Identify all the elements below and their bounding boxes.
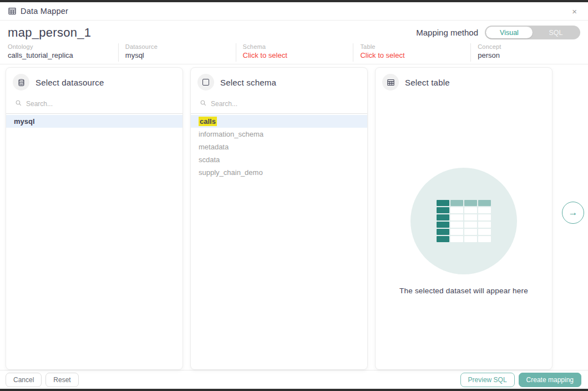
preview-sql-button[interactable]: Preview SQL xyxy=(460,373,515,387)
schema-panel: Select schema calls xyxy=(190,67,368,370)
field-label: Concept xyxy=(478,43,582,50)
create-mapping-button[interactable]: Create mapping xyxy=(519,373,581,387)
field-datasource: Datasource mysql xyxy=(118,43,236,62)
field-label: Datasource xyxy=(125,43,230,50)
field-value: calls_tutorial_replica xyxy=(8,51,113,59)
search-icon xyxy=(15,99,22,109)
field-value: person xyxy=(478,51,582,59)
field-concept: Concept person xyxy=(470,43,588,62)
mapping-fields-row: Ontology calls_tutorial_replica Datasour… xyxy=(0,43,588,64)
next-arrow-button[interactable]: → xyxy=(562,202,584,224)
dialog-title: Data Mapper xyxy=(21,7,68,16)
table-grid-icon xyxy=(382,74,399,91)
mapping-method: Mapping method Visual SQL xyxy=(416,26,580,39)
table-illustration xyxy=(437,200,491,242)
list-item-label: mysql xyxy=(14,117,35,126)
table-grid-icon xyxy=(8,7,17,16)
table-panel: Select table xyxy=(375,67,552,370)
schema-search[interactable] xyxy=(191,96,367,114)
list-item-calls[interactable]: calls xyxy=(191,115,367,128)
field-label: Ontology xyxy=(8,43,113,50)
list-item-supply-chain-demo[interactable]: supply_chain_demo xyxy=(191,166,367,179)
panel-title: Select table xyxy=(405,78,450,87)
list-item-label: information_schema xyxy=(199,130,263,138)
field-label: Table xyxy=(360,43,465,50)
dialog-footer: Cancel Reset Preview SQL Create mapping xyxy=(0,370,588,389)
toggle-option-visual[interactable]: Visual xyxy=(486,27,533,38)
datasource-panel: Select datasource mysql xyxy=(6,67,183,370)
database-icon xyxy=(13,74,29,91)
panel-title: Select schema xyxy=(220,78,276,87)
mapping-method-toggle: Visual SQL xyxy=(485,26,580,39)
highlighted-match: calls xyxy=(199,117,217,126)
list-item-information-schema[interactable]: information_schema xyxy=(191,128,367,141)
square-icon xyxy=(197,74,214,91)
list-item-label: metadata xyxy=(199,143,229,151)
arrow-right-icon: → xyxy=(569,207,578,218)
datasource-list: mysql xyxy=(6,114,183,128)
modal-header: Data Mapper × xyxy=(0,2,588,21)
list-item-label: scdata xyxy=(199,156,220,164)
field-ontology: Ontology calls_tutorial_replica xyxy=(8,43,118,62)
empty-state-circle xyxy=(410,168,517,274)
title-row: map_person_1 Mapping method Visual SQL xyxy=(0,21,588,43)
backdrop-bottom-edge xyxy=(0,389,588,391)
field-label: Schema xyxy=(243,43,348,50)
data-mapper-dialog: Data Mapper × map_person_1 Mapping metho… xyxy=(0,0,588,391)
schema-list: calls information_schema metadata scdata xyxy=(191,114,367,179)
field-schema[interactable]: Schema Click to select xyxy=(236,43,353,62)
panel-title: Select datasource xyxy=(36,78,104,87)
field-value-click-to-select[interactable]: Click to select xyxy=(360,51,465,59)
table-panel-header: Select table xyxy=(376,68,552,96)
selector-content: Select datasource mysql xyxy=(0,64,588,370)
list-item-scdata[interactable]: scdata xyxy=(191,153,367,166)
toggle-option-sql[interactable]: SQL xyxy=(533,27,579,38)
cancel-button[interactable]: Cancel xyxy=(6,373,42,387)
list-item-label: supply_chain_demo xyxy=(199,168,263,177)
datasource-search-input[interactable] xyxy=(26,100,148,108)
field-table[interactable]: Table Click to select xyxy=(353,43,470,62)
datasource-search[interactable] xyxy=(6,96,183,114)
list-item-mysql[interactable]: mysql xyxy=(6,115,183,128)
table-empty-state: The selected dataset will appear here xyxy=(376,96,552,369)
schema-search-input[interactable] xyxy=(211,100,333,108)
mapping-method-label: Mapping method xyxy=(416,28,478,37)
mapping-name: map_person_1 xyxy=(8,26,91,40)
data-mapper-modal: Data Mapper × map_person_1 Mapping metho… xyxy=(0,2,588,389)
schema-panel-header: Select schema xyxy=(191,68,367,96)
field-value: mysql xyxy=(125,51,230,59)
field-value-click-to-select[interactable]: Click to select xyxy=(243,51,348,59)
datasource-panel-header: Select datasource xyxy=(6,68,183,96)
close-icon[interactable]: × xyxy=(569,6,580,17)
empty-state-caption: The selected dataset will appear here xyxy=(399,287,528,295)
search-icon xyxy=(200,99,207,109)
list-item-metadata[interactable]: metadata xyxy=(191,141,367,153)
reset-button[interactable]: Reset xyxy=(45,373,78,387)
